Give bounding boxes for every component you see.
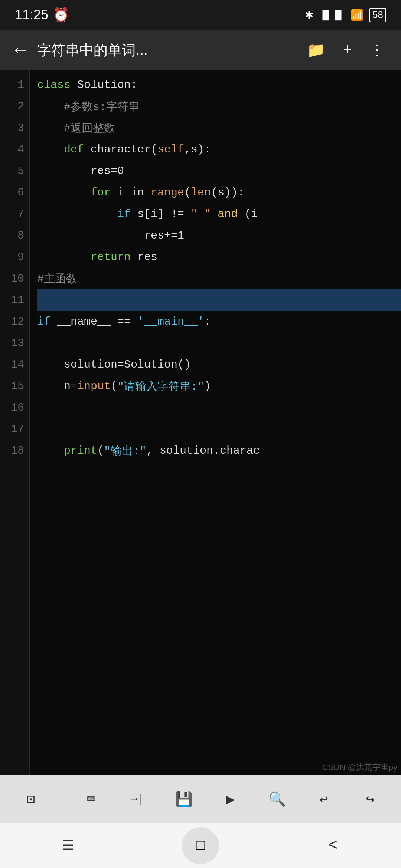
status-time: 11:25 ⏰ [15, 7, 69, 23]
tab-button[interactable]: →| [121, 783, 154, 816]
editor-container[interactable]: 1 2 3 4 5 6 7 8 9 10 11 12 13 14 15 16 1… [0, 70, 401, 775]
app-title: 字符串中的单词... [37, 41, 294, 60]
battery-level: 58 [372, 9, 383, 20]
app-bar: ← 字符串中的单词... 📁 + ⋮ [0, 30, 401, 70]
code-line-7: if s[i] != " " and (i [37, 203, 401, 225]
terminal-button[interactable]: ⊡ [14, 783, 48, 816]
undo-button[interactable]: ↩ [307, 783, 340, 816]
code-line-10: #主函数 [37, 268, 401, 289]
bottom-toolbar: ⊡ ⌨ →| 💾 ▶ 🔍 ↩ ↪ [0, 775, 401, 823]
line-num-16: 16 [0, 397, 29, 418]
line-num-10: 10 [0, 268, 29, 289]
code-area[interactable]: class Solution: #参数s:字符串 #返回整数 def chara… [30, 70, 401, 775]
code-line-8: res+=1 [37, 225, 401, 246]
code-line-6: for i in range ( len (s)): [37, 182, 401, 203]
toolbar-divider-1 [61, 786, 61, 812]
code-line-12: if __name__ == '__main__' : [37, 311, 401, 332]
code-line-1: class Solution: [37, 74, 401, 96]
line-num-8: 8 [0, 225, 29, 246]
code-line-3: #返回整数 [37, 117, 401, 139]
line-num-17: 17 [0, 418, 29, 440]
line-num-11: 11 [0, 289, 29, 311]
line-num-9: 9 [0, 246, 29, 268]
folder-button[interactable]: 📁 [301, 37, 330, 63]
code-line-5: res=0 [37, 160, 401, 182]
nav-back-button[interactable]: < [311, 831, 355, 861]
time-label: 11:25 [15, 7, 48, 23]
line-num-7: 7 [0, 203, 29, 225]
wifi-icon: 📶 [351, 9, 363, 21]
status-right: ✱ ▐▌▐▌ 📶 58 [305, 8, 386, 22]
nav-home-button[interactable]: □ [182, 827, 219, 864]
more-button[interactable]: ⋮ [365, 37, 390, 63]
save-button[interactable]: 💾 [167, 783, 201, 816]
line-num-2: 2 [0, 96, 29, 117]
line-numbers: 1 2 3 4 5 6 7 8 9 10 11 12 13 14 15 16 1… [0, 70, 30, 775]
bluetooth-icon: ✱ [305, 9, 313, 21]
line-num-4: 4 [0, 139, 29, 160]
watermark: CSDN @洪荒宇宙py [322, 762, 397, 773]
search-button[interactable]: 🔍 [261, 783, 294, 816]
code-line-13 [37, 332, 401, 354]
line-num-14: 14 [0, 354, 29, 375]
code-line-14: solution=Solution() [37, 354, 401, 375]
add-button[interactable]: + [338, 38, 357, 62]
line-num-1: 1 [0, 74, 29, 96]
line-num-13: 13 [0, 332, 29, 354]
back-button[interactable]: ← [11, 36, 30, 65]
kw-class: class [37, 79, 71, 91]
code-line-16 [37, 397, 401, 418]
code-line-4: def character( self ,s): [37, 139, 401, 160]
code-line-17 [37, 418, 401, 440]
run-button[interactable]: ▶ [214, 783, 247, 816]
code-line-11[interactable] [37, 289, 401, 311]
line-num-15: 15 [0, 375, 29, 397]
nav-menu-button[interactable]: ☰ [46, 831, 90, 861]
keyboard-button[interactable]: ⌨ [74, 783, 108, 816]
code-line-15: n= input ( "请输入字符串:" ) [37, 375, 401, 397]
line-num-6: 6 [0, 182, 29, 203]
code-line-9: return res [37, 246, 401, 268]
nav-bar: ☰ □ < [0, 823, 401, 868]
battery-indicator: 58 [369, 8, 386, 22]
redo-button[interactable]: ↪ [353, 783, 387, 816]
line-num-3: 3 [0, 117, 29, 139]
code-line-2: #参数s:字符串 [37, 96, 401, 117]
signal-icon-1: ▐▌▐▌ [319, 10, 345, 20]
line-num-18: 18 [0, 440, 29, 461]
line-num-12: 12 [0, 311, 29, 332]
line-num-5: 5 [0, 160, 29, 182]
status-bar: 11:25 ⏰ ✱ ▐▌▐▌ 📶 58 [0, 0, 401, 30]
alarm-icon: ⏰ [53, 7, 69, 23]
code-line-18: print ( "输出:" , solution.charac [37, 440, 401, 461]
